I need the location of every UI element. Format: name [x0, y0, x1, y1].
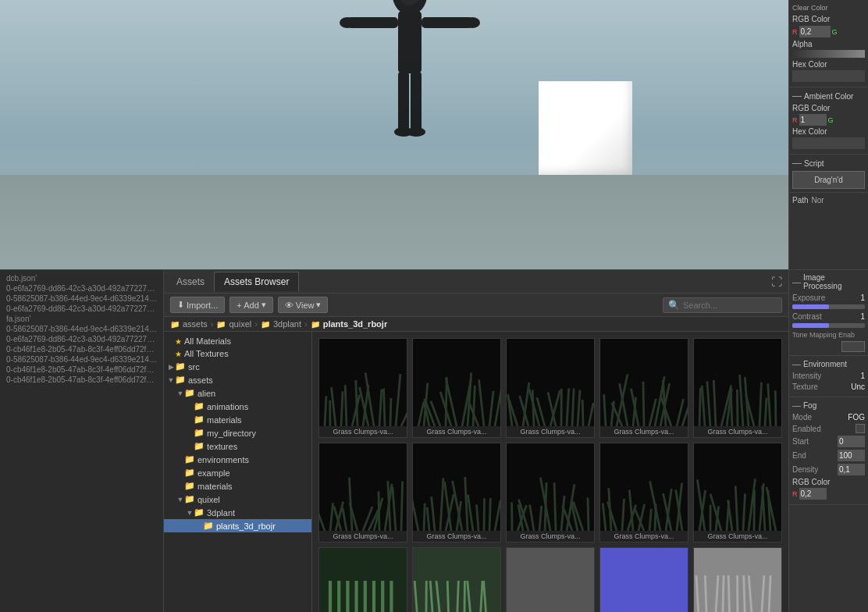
- tree-item-textures[interactable]: 📁textures: [164, 439, 311, 453]
- fog-end-input[interactable]: 100: [838, 450, 865, 461]
- tree-item-src[interactable]: ▶📁src: [164, 360, 311, 373]
- grid-item-gc2[interactable]: Grass Clumps-va...: [412, 338, 501, 438]
- search-input[interactable]: [683, 301, 777, 310]
- texture-value: Unc: [851, 382, 865, 391]
- fog-enabled-checkbox[interactable]: [856, 424, 865, 433]
- tree-label: quixel: [197, 495, 220, 504]
- breadcrumb-sep-1: ›: [211, 319, 214, 329]
- grid-thumb-gc6: [319, 443, 407, 531]
- grid-item-gc8[interactable]: Grass Clumps-va...: [506, 443, 595, 543]
- ambient-r-input[interactable]: 1: [799, 114, 827, 126]
- import-icon: ⬇: [177, 300, 184, 310]
- breadcrumb-item-quixel[interactable]: quixel: [229, 319, 251, 329]
- grid-item-gc4[interactable]: Grass Clumps-va...: [599, 338, 688, 438]
- svg-line-133: [603, 503, 606, 531]
- tree-item-animations[interactable]: 📁animations: [164, 400, 311, 413]
- tree-arrow: ▶: [167, 363, 175, 371]
- grid-item-gc10[interactable]: Grass Clumps-va...: [693, 443, 782, 543]
- contrast-slider[interactable]: [792, 323, 865, 328]
- exposure-slider[interactable]: [792, 304, 865, 309]
- grid-thumb-gc3: [507, 339, 594, 426]
- svg-rect-6: [398, 72, 409, 134]
- tree-item-alien[interactable]: ▼📁alien: [164, 386, 311, 400]
- tab-bar: Assets Assets Browser ⛶: [164, 270, 788, 294]
- tree-item-plants_3d_rbojr[interactable]: 📁plants_3d_rbojr: [164, 519, 311, 532]
- ambient-collapse-icon[interactable]: —: [792, 91, 802, 101]
- script-collapse-icon[interactable]: —: [792, 158, 802, 169]
- svg-line-185: [728, 575, 730, 612]
- tree-item-materials-top[interactable]: 📁materials: [164, 479, 311, 493]
- folder-icon: 📁: [194, 507, 205, 518]
- fog-r-input[interactable]: 0,2: [799, 488, 827, 500]
- tree-item-example[interactable]: 📁example: [164, 466, 311, 479]
- alpha-slider[interactable]: [792, 50, 865, 58]
- fog-density-input[interactable]: 0,1: [838, 464, 865, 475]
- breadcrumb-item-3dplant[interactable]: 3dplant: [273, 319, 301, 329]
- tab-assets-browser[interactable]: Assets Browser: [214, 272, 299, 291]
- hex-input[interactable]: [792, 70, 865, 82]
- tree-arrow: ▼: [186, 509, 194, 517]
- svg-line-73: [699, 388, 700, 426]
- img-proc-collapse[interactable]: —: [792, 277, 801, 286]
- tree-arrow: ▼: [176, 496, 184, 503]
- tree-item-all-materials[interactable]: ★All Materials: [164, 335, 311, 347]
- grid-item-gc1[interactable]: Grass Clumps-va...: [318, 338, 407, 438]
- r-input[interactable]: 0,2: [799, 26, 831, 37]
- ambient-hex-label: Hex Color: [792, 127, 865, 136]
- script-drag-drop[interactable]: Drag'n'd: [792, 171, 865, 189]
- tree-item-my_directory[interactable]: 📁my_directory: [164, 426, 311, 439]
- grid-item-displace[interactable]: rbikD_4K_Displa...: [506, 547, 595, 612]
- grid-thumb-gc7: [413, 443, 500, 531]
- path-label: Path: [792, 196, 809, 205]
- ambient-rgb-label: RGB Color: [792, 104, 865, 112]
- grid-item-gc6[interactable]: Grass Clumps-va...: [318, 443, 407, 543]
- fog-start-input[interactable]: 0: [838, 436, 865, 447]
- svg-rect-7: [411, 72, 422, 134]
- svg-line-16: [341, 391, 343, 426]
- tree-item-materials[interactable]: 📁materials: [164, 413, 311, 426]
- tone-mapping-toggle[interactable]: [841, 341, 865, 352]
- tree-item-assets[interactable]: ▼📁assets: [164, 373, 311, 386]
- ambient-hex-input[interactable]: [792, 137, 865, 149]
- svg-line-13: [325, 396, 326, 426]
- grid-item-gc5[interactable]: Grass Clumps-va...: [693, 338, 782, 438]
- grid-item-norma[interactable]: rbikD_4K_Norma...: [599, 547, 688, 612]
- svg-line-160: [763, 486, 765, 531]
- folder-icon: 📁: [194, 401, 205, 411]
- svg-point-9: [407, 127, 425, 137]
- grid-item-gcm[interactable]: Grass Clumps-m...: [318, 547, 407, 612]
- maximize-icon[interactable]: ⛶: [768, 276, 785, 288]
- svg-line-122: [530, 504, 534, 531]
- breadcrumb-item-assets[interactable]: assets: [183, 319, 208, 329]
- env-collapse[interactable]: —: [792, 359, 801, 368]
- tree-item-environments[interactable]: 📁environments: [164, 453, 311, 466]
- grid-item-gc7[interactable]: Grass Clumps-va...: [412, 443, 501, 543]
- breadcrumb-folder-icon-3: 📁: [261, 320, 270, 329]
- tab-assets[interactable]: Assets: [167, 272, 214, 291]
- svg-line-86: [768, 383, 770, 426]
- grid-item-rough[interactable]: rbikD_4K_Rough...: [693, 547, 782, 612]
- breadcrumb-item-plants[interactable]: plants_3d_rbojr: [323, 319, 388, 329]
- tree-item-quixel[interactable]: ▼📁quixel: [164, 493, 311, 506]
- grid-thumb-rough: [694, 548, 781, 612]
- file-item: 0-cb46f1e8-2b05-47ab-8c3f-4eff06dd72fa.j…: [0, 344, 163, 354]
- svg-line-75: [707, 381, 710, 426]
- view-dropdown-icon: ▾: [316, 300, 321, 310]
- svg-line-112: [465, 477, 468, 531]
- import-button[interactable]: ⬇ Import...: [170, 297, 225, 313]
- view-button[interactable]: 👁 View ▾: [278, 297, 329, 313]
- tree-item-3dplant[interactable]: ▼📁3dplant: [164, 506, 311, 519]
- tree-item-all-textures[interactable]: ★All Textures: [164, 347, 311, 360]
- assets-content: ★All Materials★All Textures▶📁src▼📁assets…: [164, 332, 788, 612]
- svg-line-141: [649, 509, 651, 531]
- grid-item-gc9[interactable]: Grass Clumps-va...: [599, 443, 688, 543]
- breadcrumb-sep-2: ›: [254, 319, 258, 329]
- file-item: 0-cb46f1e8-2b05-47ab-8c3f-4eff06dd72fa.j…: [0, 365, 163, 375]
- ambient-r-label: R: [792, 116, 798, 124]
- ambient-color-section: — Ambient Color RGB Color R 1 G Hex Colo…: [789, 87, 868, 155]
- grid-item-albedo[interactable]: rbikD_4K_Albedo...: [412, 547, 501, 612]
- script-section: — Script Drag'n'd: [789, 155, 868, 193]
- grid-item-gc3[interactable]: Grass Clumps-va...: [506, 338, 595, 438]
- add-button[interactable]: + Add ▾: [229, 297, 272, 313]
- fog-collapse[interactable]: —: [792, 400, 801, 410]
